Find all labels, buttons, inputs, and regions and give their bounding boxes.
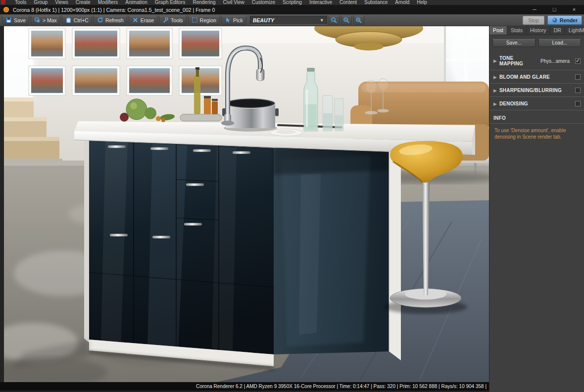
denoising-checkbox[interactable] [575,101,581,106]
section-tone-mapping[interactable]: ▶ TONE MAPPING Phys...amera ✓ [489,51,584,70]
menu-modifiers[interactable]: Modifiers [98,0,118,5]
clipboard-icon [65,17,72,23]
zoom-in-button[interactable] [353,16,364,25]
render-sphere-icon [552,17,558,23]
menu-views[interactable]: Views [55,0,68,5]
rendered-kitchen-image [4,26,489,382]
section-label: SHARPENING/BLURRING [499,88,562,93]
menu-help[interactable]: Help [417,0,427,5]
menu-civil-view[interactable]: Civil View [223,0,244,5]
menu-graph-editors[interactable]: Graph Editors [155,0,186,5]
corona-vfb-window: Tools Group Views Create Modifiers Anima… [0,0,584,392]
render-statusbar: Corona Renderer 6.2 | AMD Ryzen 9 3950X … [0,382,489,391]
magnifier-icon [331,17,338,24]
titlebar: Corona 8 (Hotfix 1) | 1200×900px (1:1) |… [0,5,584,14]
tab-post[interactable]: Post [489,26,507,35]
bloom-glare-checkbox[interactable] [575,74,581,80]
section-label: TONE MAPPING [499,55,538,66]
tone-mapping-checkbox[interactable]: ✓ [575,58,581,64]
menu-animation[interactable]: Animation [125,0,147,5]
region-icon [192,17,198,23]
chevron-down-icon: ▼ [320,18,324,23]
menu-customize[interactable]: Customize [252,0,275,5]
max-menubar: Tools Group Views Create Modifiers Anima… [0,0,584,5]
stop-button[interactable]: Stop [523,16,544,25]
menu-group[interactable]: Group [34,0,48,5]
tab-history[interactable]: History [527,26,550,35]
post-save-button[interactable]: Save... [492,39,535,47]
expand-arrow-icon: ▶ [493,88,497,93]
render-viewport[interactable]: Corona Renderer 6.2 | AMD Ryzen 9 3950X … [0,26,489,392]
section-sharpening-blurring[interactable]: ▶ SHARPENING/BLURRING [489,84,584,97]
save-icon [5,17,12,23]
section-label: BLOOM AND GLARE [499,74,550,80]
selected-channel: BEAUTY [253,17,274,23]
region-render-button[interactable]: Region [188,16,220,25]
refresh-button[interactable]: Refresh [94,16,127,25]
send-to-max-button[interactable]: > Max [31,16,60,25]
render-element-dropdown[interactable]: BEAUTY ▼ [250,16,327,25]
refresh-icon [97,17,103,23]
menu-interactive[interactable]: Interactive [309,0,332,5]
record-indicator-icon [1,0,5,4]
post-load-button[interactable]: Load... [538,39,582,47]
window-title: Corona 8 (Hotfix 1) | 1200×900px (1:1) |… [13,7,215,13]
panel-tabs: Post Stats History DR LightMix [489,26,584,35]
cursor-icon [225,17,231,23]
magnifier-plus-icon [355,17,362,24]
info-text: To use 'Denoise amount', enable denoisin… [489,124,584,144]
corona-logo-icon [3,6,9,13]
zoom-out-button[interactable] [341,16,352,25]
menu-rendering[interactable]: Rendering [193,0,215,5]
menu-substance[interactable]: Substance [364,0,388,5]
close-button[interactable]: × [564,5,584,14]
magnifier-minus-icon [343,17,350,24]
menu-create[interactable]: Create [76,0,91,5]
minimize-button[interactable]: ─ [525,5,544,14]
tab-stats[interactable]: Stats [507,26,527,35]
maximize-button[interactable]: □ [544,5,564,14]
render-stats-text: Corona Renderer 6.2 | AMD Ryzen 9 3950X … [196,384,487,389]
tools-button[interactable]: Tools [159,16,187,25]
tab-dr[interactable]: DR [550,26,565,35]
zoom-reset-button[interactable] [329,16,340,25]
pick-button[interactable]: Pick [221,16,246,25]
vfb-side-panel: Post Stats History DR LightMix Save... L… [489,26,584,392]
menu-arnold[interactable]: Arnold [395,0,409,5]
menu-tools[interactable]: Tools [15,0,26,5]
menu-content[interactable]: Content [340,0,357,5]
section-bloom-and-glare[interactable]: ▶ BLOOM AND GLARE [489,70,584,84]
tab-lightmix[interactable]: LightMix [565,26,584,35]
erase-button[interactable]: Erase [129,16,157,25]
menu-scripting[interactable]: Scripting [283,0,302,5]
monitor-icon [34,17,41,23]
plate [270,129,302,136]
expand-arrow-icon: ▶ [493,58,497,63]
wrench-icon [162,17,169,23]
copy-to-clipboard-button[interactable]: Ctrl+C [62,16,92,25]
tone-mapping-value: Phys...amera [540,58,570,64]
expand-arrow-icon: ▶ [493,101,497,106]
expand-arrow-icon: ▶ [493,75,497,80]
render-button[interactable]: Render [547,15,582,25]
erase-x-icon [132,17,139,23]
section-label: DENOISING [499,101,528,106]
section-denoising[interactable]: ▶ DENOISING [489,97,584,110]
save-image-button[interactable]: Save [2,16,29,25]
sharpening-checkbox[interactable] [575,88,581,93]
info-header: INFO [489,110,584,124]
vfb-toolbar: Save > Max Ctrl+C Refresh [0,14,584,26]
